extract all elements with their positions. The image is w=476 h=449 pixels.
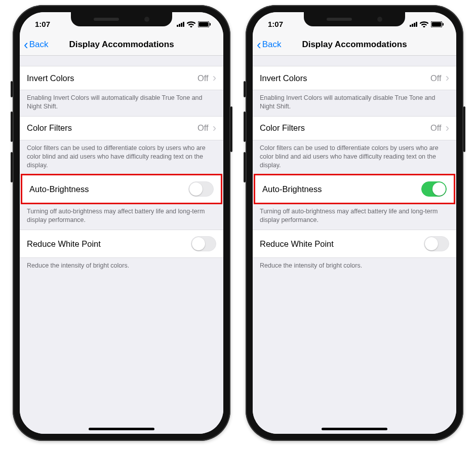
row-auto-brightness[interactable]: Auto-Brightness — [255, 175, 454, 203]
footer-auto: Turning off auto-brightness may affect b… — [253, 204, 456, 230]
svg-rect-1 — [199, 22, 209, 26]
row-value: Off — [430, 123, 442, 133]
page-title: Display Accommodations — [302, 40, 407, 50]
cellular-icon — [410, 22, 417, 27]
wifi-icon — [187, 21, 195, 27]
reduce-white-point-toggle[interactable] — [191, 236, 216, 251]
back-button[interactable]: ‹ Back — [257, 33, 281, 55]
status-time: 1:07 — [268, 20, 283, 28]
chevron-right-icon: › — [213, 123, 216, 134]
highlight-auto-brightness: Auto-Brightness — [254, 174, 455, 204]
battery-icon — [198, 21, 211, 27]
back-label: Back — [262, 40, 282, 50]
footer-white: Reduce the intensity of bright colors. — [20, 258, 223, 275]
chevron-right-icon: › — [213, 72, 216, 84]
row-invert-colors[interactable]: Invert Colors Off › — [20, 66, 223, 90]
cellular-icon — [177, 22, 184, 27]
highlight-auto-brightness: Auto-Brightness — [21, 174, 222, 204]
row-label: Reduce White Point — [27, 239, 101, 249]
svg-rect-4 — [432, 22, 442, 26]
row-label: Color Filters — [27, 123, 72, 133]
phone-right: 1:07 ‹ Back Display Accommodations Inv — [246, 5, 463, 441]
chevron-right-icon: › — [446, 123, 449, 134]
row-label: Auto-Brightness — [29, 184, 89, 194]
footer-filters: Color filters can be used to differentia… — [20, 140, 223, 175]
row-color-filters[interactable]: Color Filters Off › — [20, 116, 223, 140]
battery-icon — [431, 21, 444, 27]
wifi-icon — [420, 21, 428, 27]
chevron-right-icon: › — [446, 72, 449, 84]
phone-left: 1:07 ‹ Back Display Accommodations Inv — [13, 5, 230, 441]
row-value: Off — [430, 73, 442, 83]
back-button[interactable]: ‹ Back — [24, 33, 48, 55]
page-title: Display Accommodations — [69, 40, 174, 50]
row-value: Off — [197, 73, 209, 83]
row-invert-colors[interactable]: Invert Colors Off › — [253, 66, 456, 90]
svg-rect-2 — [210, 23, 211, 25]
reduce-white-point-toggle[interactable] — [424, 236, 449, 251]
auto-brightness-toggle[interactable] — [188, 181, 214, 197]
nav-bar: ‹ Back Display Accommodations — [253, 33, 456, 56]
home-indicator[interactable] — [322, 428, 387, 430]
row-reduce-white-point[interactable]: Reduce White Point — [20, 230, 223, 258]
chevron-left-icon: ‹ — [257, 38, 261, 51]
auto-brightness-toggle[interactable] — [421, 181, 447, 197]
row-label: Reduce White Point — [260, 239, 334, 249]
status-time: 1:07 — [35, 20, 50, 28]
footer-white: Reduce the intensity of bright colors. — [253, 258, 456, 275]
row-label: Color Filters — [260, 123, 305, 133]
svg-rect-5 — [443, 23, 444, 25]
row-value: Off — [197, 123, 209, 133]
row-auto-brightness[interactable]: Auto-Brightness — [22, 175, 221, 203]
row-label: Invert Colors — [260, 73, 307, 83]
row-reduce-white-point[interactable]: Reduce White Point — [253, 230, 456, 258]
footer-filters: Color filters can be used to differentia… — [253, 140, 456, 175]
row-label: Invert Colors — [27, 73, 74, 83]
chevron-left-icon: ‹ — [24, 38, 28, 51]
home-indicator[interactable] — [89, 428, 154, 430]
footer-auto: Turning off auto-brightness may affect b… — [20, 204, 223, 230]
row-color-filters[interactable]: Color Filters Off › — [253, 116, 456, 140]
nav-bar: ‹ Back Display Accommodations — [20, 33, 223, 56]
back-label: Back — [29, 40, 49, 50]
footer-invert: Enabling Invert Colors will automaticall… — [20, 90, 223, 116]
row-label: Auto-Brightness — [262, 184, 322, 194]
footer-invert: Enabling Invert Colors will automaticall… — [253, 90, 456, 116]
